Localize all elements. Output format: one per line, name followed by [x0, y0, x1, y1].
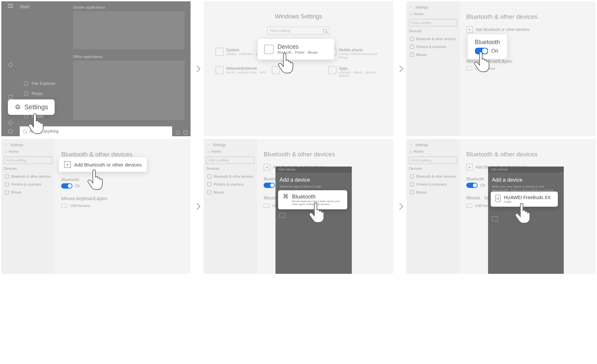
dialog-title: Add a device	[279, 177, 348, 183]
home-link[interactable]: ⌂Home	[4, 148, 52, 155]
sidebar-search[interactable]: Find a setting	[409, 157, 457, 164]
home-link[interactable]: ⌂Home	[206, 148, 254, 155]
taskview-icon[interactable]	[183, 130, 188, 135]
panel-windows-settings: Windows Settings Find a setting SystemDi…	[204, 1, 393, 136]
display-icon[interactable]	[492, 217, 498, 221]
bluetooth-toggle[interactable]	[61, 183, 72, 189]
cortana-icon[interactable]	[175, 130, 180, 135]
add-bluetooth-row[interactable]: + Add Bluetooth or other devices	[466, 26, 589, 33]
add-bluetooth-label: Add Bluetooth or other devices	[74, 162, 142, 168]
mouse-section: Mouse,keyboard,&pen	[466, 59, 589, 64]
tile-placeholder[interactable]	[73, 61, 185, 120]
tile-placeholder[interactable]	[73, 11, 185, 49]
home-link[interactable]: ⌂Home	[409, 11, 457, 17]
panel-add-bluetooth: ←Settings ⌂Home Find a setting Devices B…	[1, 139, 191, 274]
arrow	[191, 139, 204, 274]
arrow	[191, 1, 204, 136]
menu-file-explorer[interactable]: File Explorer	[20, 78, 67, 89]
add-bluetooth-highlight[interactable]: + Add Bluetooth or other devices	[59, 157, 147, 172]
dialog-titlebar: Add a device	[488, 167, 564, 172]
cortana-search[interactable]	[20, 126, 172, 136]
panel-add-device-type: ←Settings ⌂Home Find a setting Devices B…	[204, 139, 393, 274]
sidebar-section: Devices	[409, 29, 457, 33]
device-type: Audio	[504, 200, 551, 203]
settings-highlight[interactable]: Settings	[8, 99, 55, 115]
plus-icon: +	[264, 164, 270, 170]
settings-sidebar: ←Settings ⌂Home Find a setting Devices B…	[1, 139, 55, 274]
sidebar-item-bluetooth[interactable]: Bluetooth & other devices	[409, 172, 457, 180]
category-personalization[interactable]	[272, 66, 325, 78]
category-apps[interactable]: AppsUninstall、default、optional features	[328, 66, 381, 78]
back-button[interactable]: ←Settings	[4, 142, 52, 148]
search-icon	[323, 29, 327, 33]
taskbar-icons	[175, 130, 188, 135]
display-icon[interactable]	[279, 213, 285, 218]
device-option-highlight[interactable]: HUAWEI FreeBuds XX Audio	[491, 192, 558, 207]
user-icon[interactable]	[8, 63, 13, 67]
bluetooth-toggle-highlight[interactable]: Bluetooth On	[468, 34, 507, 59]
power-icon[interactable]	[8, 120, 13, 125]
devices-sub: Bluetooth、Printer、Mouse	[277, 50, 318, 55]
devices-highlight[interactable]: Devices Bluetooth、Printer、Mouse	[258, 39, 334, 60]
receiver-icon	[466, 66, 472, 70]
tile-group-system: System applications	[73, 5, 185, 9]
add-device-dialog: Add a device Add a device Make sure your…	[488, 167, 564, 274]
page-title: Bluetooth & other devices	[466, 151, 589, 158]
gear-icon	[14, 104, 21, 111]
devices-title: Devices	[277, 43, 318, 50]
sidebar-item-mouse[interactable]: Mouse	[4, 188, 52, 196]
receiver-icon	[264, 204, 270, 208]
panel-select-device: ←Settings ⌂Home Find a setting Devices B…	[406, 139, 596, 274]
option-title: Bluetooth	[292, 194, 343, 200]
settings-sidebar: ←Settings ⌂Home Find a setting Devices B…	[204, 139, 257, 274]
category-mobile[interactable]: Mobile phoneConnect Android devices and …	[328, 48, 381, 60]
back-button[interactable]: ←Settings	[409, 4, 457, 11]
start-rail	[1, 1, 20, 136]
settings-search[interactable]: Find a setting	[267, 27, 330, 35]
start-tiles: System applications Office applications	[67, 1, 191, 136]
toggle-on-label: On	[480, 183, 485, 188]
arrow	[393, 1, 406, 136]
sidebar-search[interactable]: Find a setting	[4, 157, 52, 164]
panel-bluetooth-toggle: ←Settings ⌂Home Find a setting Devices B…	[406, 1, 596, 136]
sidebar-item-mouse[interactable]: Mouse	[206, 188, 254, 196]
page-title: Bluetooth & other devices	[466, 13, 589, 20]
sidebar-item-bluetooth[interactable]: Bluetooth & other devices	[4, 172, 52, 180]
bluetooth-toggle[interactable]	[466, 183, 478, 188]
home-link[interactable]: ⌂Home	[409, 148, 457, 155]
sidebar-item-bluetooth[interactable]: Bluetooth & other devices	[409, 35, 457, 43]
option-sub: Mouse,keyboard,stylus,audio device and o…	[292, 200, 343, 206]
network-icon	[216, 66, 223, 74]
menu-photo[interactable]: Photo	[20, 89, 67, 99]
sidebar-item-mouse[interactable]: Mouse	[409, 188, 457, 196]
hamburger-icon[interactable]	[8, 4, 13, 8]
bluetooth-toggle[interactable]	[475, 48, 488, 54]
sidebar-item-printers[interactable]: Printers & scanners	[409, 180, 457, 188]
category-network[interactable]: Network&InternetWLAN、airplane mode、VPN	[216, 66, 269, 78]
sidebar-item-bluetooth[interactable]: Bluetooth & other devices	[206, 172, 254, 180]
sidebar-item-printers[interactable]: Printers & scanners	[409, 43, 457, 51]
back-button[interactable]: ←Settings	[206, 142, 254, 148]
search-icon	[23, 130, 27, 133]
windows-icon[interactable]	[8, 129, 13, 134]
bluetooth-option-highlight[interactable]: ⌘ Bluetooth Mouse,keyboard,stylus,audio …	[278, 190, 347, 209]
settings-main: Bluetooth & other devices + Add Bluetoot…	[460, 1, 596, 136]
search-input[interactable]	[29, 129, 169, 134]
file-icon[interactable]	[8, 95, 13, 99]
sidebar-item-mouse[interactable]: Mouse	[409, 51, 457, 59]
toggle-on-label: On	[75, 184, 80, 188]
plus-icon: +	[64, 161, 71, 168]
toggle-on-label: On	[491, 48, 498, 54]
dialog-titlebar: Add a device	[275, 167, 352, 172]
back-button[interactable]: ←Settings	[409, 142, 457, 148]
page-title: Bluetooth & other devices	[61, 151, 184, 158]
sidebar-item-printers[interactable]: Printers & scanners	[4, 180, 52, 188]
start-menu-list: Start File Explorer Photo Power	[20, 1, 67, 136]
sidebar-section: Devices	[4, 167, 52, 170]
bluetooth-toggle[interactable]	[264, 183, 275, 188]
sidebar-search[interactable]: Find a setting	[206, 157, 254, 164]
personalization-icon	[272, 66, 280, 74]
panel-start-menu: Start File Explorer Photo Power System a…	[1, 1, 191, 136]
sidebar-item-printers[interactable]: Printers & scanners	[206, 180, 254, 188]
sidebar-search[interactable]: Find a setting	[409, 19, 457, 26]
